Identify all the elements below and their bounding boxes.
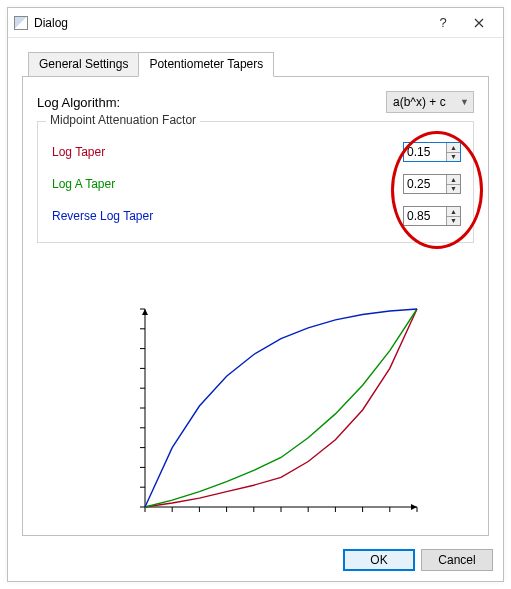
chevron-down-icon: ▼ bbox=[456, 97, 469, 107]
app-icon bbox=[14, 16, 28, 30]
row-reverse-log-taper: Reverse Log Taper 0.85 ▲ ▼ bbox=[50, 206, 461, 226]
dialog-window: Dialog ? General Settings Potentiometer … bbox=[7, 7, 504, 582]
cancel-button[interactable]: Cancel bbox=[421, 549, 493, 571]
label-log-taper: Log Taper bbox=[50, 145, 403, 159]
spin-log-a-taper-down[interactable]: ▼ bbox=[447, 184, 460, 194]
close-icon bbox=[474, 18, 484, 28]
spin-log-a-taper[interactable]: 0.25 ▲ ▼ bbox=[403, 174, 461, 194]
help-button[interactable]: ? bbox=[425, 9, 461, 37]
label-log-a-taper: Log A Taper bbox=[50, 177, 403, 191]
spin-log-taper-down[interactable]: ▼ bbox=[447, 152, 460, 162]
taper-chart bbox=[123, 303, 423, 525]
row-log-algorithm: Log Algorithm: a(b^x) + c ▼ bbox=[37, 91, 474, 113]
dialog-buttons: OK Cancel bbox=[8, 549, 503, 581]
titlebar: Dialog ? bbox=[8, 8, 503, 38]
spin-reverse-log-taper-up[interactable]: ▲ bbox=[447, 207, 460, 216]
row-log-taper: Log Taper 0.15 ▲ ▼ bbox=[50, 142, 461, 162]
spin-log-taper[interactable]: 0.15 ▲ ▼ bbox=[403, 142, 461, 162]
label-log-algorithm: Log Algorithm: bbox=[37, 95, 386, 110]
spin-log-taper-up[interactable]: ▲ bbox=[447, 143, 460, 152]
client-area: General Settings Potentiometer Tapers Lo… bbox=[8, 38, 503, 549]
combo-log-algorithm-value: a(b^x) + c bbox=[393, 95, 456, 109]
spin-reverse-log-taper-down[interactable]: ▼ bbox=[447, 216, 460, 226]
spin-log-taper-value[interactable]: 0.15 bbox=[404, 143, 446, 161]
close-button[interactable] bbox=[461, 9, 497, 37]
tab-panel: Log Algorithm: a(b^x) + c ▼ Midpoint Att… bbox=[22, 76, 489, 536]
spin-log-a-taper-up[interactable]: ▲ bbox=[447, 175, 460, 184]
spin-reverse-log-taper[interactable]: 0.85 ▲ ▼ bbox=[403, 206, 461, 226]
label-reverse-log-taper: Reverse Log Taper bbox=[50, 209, 403, 223]
group-legend: Midpoint Attenuation Factor bbox=[46, 113, 200, 127]
tab-general-settings[interactable]: General Settings bbox=[28, 52, 139, 77]
window-title: Dialog bbox=[34, 16, 425, 30]
spin-reverse-log-taper-value[interactable]: 0.85 bbox=[404, 207, 446, 225]
group-midpoint-attenuation: Midpoint Attenuation Factor Log Taper 0.… bbox=[37, 121, 474, 243]
row-log-a-taper: Log A Taper 0.25 ▲ ▼ bbox=[50, 174, 461, 194]
ok-button[interactable]: OK bbox=[343, 549, 415, 571]
taper-chart-svg bbox=[123, 303, 423, 525]
spin-log-a-taper-value[interactable]: 0.25 bbox=[404, 175, 446, 193]
combo-log-algorithm[interactable]: a(b^x) + c ▼ bbox=[386, 91, 474, 113]
tab-strip: General Settings Potentiometer Tapers bbox=[28, 52, 489, 77]
tab-potentiometer-tapers[interactable]: Potentiometer Tapers bbox=[138, 52, 274, 77]
